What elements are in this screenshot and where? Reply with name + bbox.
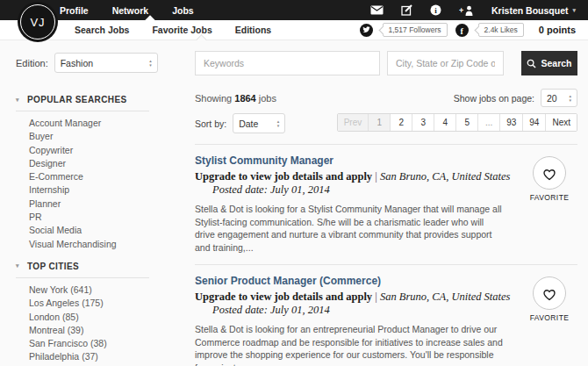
pagination-page[interactable]: 2 <box>390 114 412 131</box>
job-title-link[interactable]: Senior Product Manager (Commerce) <box>195 275 521 287</box>
search-button-label: Search <box>541 58 571 68</box>
user-name: Kristen Bousquet <box>491 5 569 16</box>
top-cities-section: ▾ TOP CITIES New York (641) Los Angeles … <box>16 262 149 366</box>
top-city-item[interactable]: Philadelphia (37) <box>29 350 149 363</box>
top-city-item[interactable]: Montreal (39) <box>29 324 149 337</box>
job-title-link[interactable]: Stylist Community Manager <box>195 154 521 167</box>
top-cities-header[interactable]: ▾ TOP CITIES <box>16 262 149 271</box>
per-page-label: Show jobs on page: <box>454 93 534 104</box>
popular-searches-title: POPULAR SEARCHES <box>27 95 127 104</box>
upgrade-link[interactable]: Upgrade to view job details and apply <box>195 170 372 183</box>
nav-item-profile[interactable]: Profile <box>60 5 89 16</box>
results-summary-row: Showing 1864 jobs Show jobs on page: 20 … <box>195 89 577 107</box>
popular-searches-header[interactable]: ▾ POPULAR SEARCHES <box>16 95 149 104</box>
job-posted-date: Posted date: July 01, 2014 <box>212 183 330 196</box>
popular-search-item[interactable]: Account Manager <box>29 117 149 130</box>
top-city-item[interactable]: Los Angeles (175) <box>29 297 149 310</box>
favorite-control: FAVORITE <box>521 154 577 254</box>
upgrade-link[interactable]: Upgrade to view job details and apply <box>195 291 372 303</box>
edition-label: Edition: <box>16 58 48 68</box>
sort-by-select[interactable]: Date ▴▾ <box>233 113 285 133</box>
sort-by-label: Sort by: <box>195 118 226 129</box>
popular-search-item[interactable]: Internship <box>29 183 149 197</box>
top-bar-actions: i + Kristen Bousquet ▾ <box>370 4 588 16</box>
heart-icon <box>541 166 557 181</box>
nav-item-jobs[interactable]: Jobs <box>172 5 194 16</box>
top-cities-list: New York (641) Los Angeles (175) London … <box>29 283 149 366</box>
sort-by-value: Date <box>239 118 258 129</box>
select-stepper-icon: ▴▾ <box>149 59 152 67</box>
pagination-page[interactable]: 94 <box>522 114 545 131</box>
job-listing: Senior Product Manager (Commerce) Upgrad… <box>195 264 577 366</box>
facebook-icon[interactable]: f <box>455 24 469 37</box>
popular-search-item[interactable]: Copywriter <box>29 144 149 157</box>
edition-select-value: Fashion <box>61 58 93 68</box>
pagination: Prev 1 2 3 4 5 ... 93 94 Next <box>337 113 577 132</box>
logo-text: VJ <box>20 4 55 39</box>
top-city-item[interactable]: New York (641) <box>29 283 149 297</box>
caret-down-icon: ▾ <box>572 7 576 14</box>
popular-search-item[interactable]: E-Commerce <box>29 170 149 183</box>
add-user-icon[interactable]: + <box>459 5 474 16</box>
twitter-icon[interactable] <box>360 24 373 37</box>
search-icon <box>527 59 536 68</box>
nav-item-network[interactable]: Network <box>112 5 148 16</box>
collapse-caret-icon: ▾ <box>16 97 19 104</box>
popular-search-item[interactable]: PR <box>29 211 149 224</box>
pagination-page[interactable]: 5 <box>455 114 477 131</box>
pagination-prev[interactable]: Prev <box>338 114 369 131</box>
pagination-page[interactable]: 3 <box>412 114 434 131</box>
points-counter: 0 points <box>539 25 576 35</box>
user-menu[interactable]: Kristen Bousquet ▾ <box>491 5 576 16</box>
content-area: Edition: Fashion ▴▾ ▾ POPULAR SEARCHES A… <box>0 40 588 366</box>
favorite-label: FAVORITE <box>530 193 570 202</box>
subnav-search-jobs[interactable]: Search Jobs <box>75 25 129 35</box>
popular-search-item[interactable]: Planner <box>29 197 149 211</box>
per-page-control: Show jobs on page: 20 ▴▾ <box>454 89 577 107</box>
logo[interactable]: VJ <box>18 2 58 42</box>
compose-icon[interactable] <box>401 4 412 16</box>
sort-and-pagination-row: Sort by: Date ▴▾ Prev 1 2 3 4 5 ... 93 9… <box>195 113 577 133</box>
favorite-label: FAVORITE <box>530 313 570 322</box>
top-city-item[interactable]: London (85) <box>29 311 149 324</box>
popular-search-item[interactable]: Social Media <box>29 224 149 237</box>
job-search-form: Search <box>195 51 577 75</box>
info-icon[interactable]: i <box>430 4 441 16</box>
job-details: Senior Product Manager (Commerce) Upgrad… <box>195 275 521 366</box>
subnav-favorite-jobs[interactable]: Favorite Jobs <box>152 25 212 35</box>
heart-icon <box>541 286 557 301</box>
facebook-f-glyph: f <box>460 26 463 36</box>
pagination-page-current[interactable]: 1 <box>368 114 390 131</box>
twitter-followers-badge[interactable]: 1,517 Followers <box>383 23 448 37</box>
mail-icon[interactable] <box>370 5 384 15</box>
popular-search-item[interactable]: Buyer <box>29 130 149 143</box>
pagination-page[interactable]: 93 <box>499 114 522 131</box>
per-page-select[interactable]: 20 ▴▾ <box>541 89 577 107</box>
job-details: Stylist Community Manager Upgrade to vie… <box>195 154 521 254</box>
sub-navigation: Search Jobs Favorite Jobs Editions 1,517… <box>0 20 588 40</box>
pagination-page[interactable]: 4 <box>434 114 455 131</box>
pagination-next[interactable]: Next <box>545 114 577 131</box>
facebook-likes-badge[interactable]: 2.4k Likes <box>478 23 524 37</box>
collapse-caret-icon: ▾ <box>16 262 19 269</box>
per-page-value: 20 <box>547 93 557 104</box>
location-input[interactable] <box>387 51 504 75</box>
top-bar: VJ Profile Network Jobs i + Kristen Bous… <box>0 0 588 20</box>
subnav-editions[interactable]: Editions <box>235 25 271 35</box>
sidebar: Edition: Fashion ▴▾ ▾ POPULAR SEARCHES A… <box>0 40 188 366</box>
top-city-item[interactable]: San Francisco (38) <box>29 337 149 350</box>
results-count: Showing 1864 jobs <box>195 93 276 104</box>
favorite-button[interactable] <box>533 276 566 310</box>
results-count-number: 1864 <box>234 93 255 104</box>
favorite-button[interactable] <box>533 156 566 190</box>
job-meta: Upgrade to view job details and apply | … <box>195 291 521 317</box>
favorite-control: FAVORITE <box>521 275 577 366</box>
popular-search-item[interactable]: Designer <box>29 157 149 170</box>
edition-select[interactable]: Fashion ▴▾ <box>54 53 158 73</box>
popular-search-item[interactable]: Visual Merchandising <box>29 238 149 251</box>
section-divider <box>16 111 149 111</box>
keywords-input[interactable] <box>195 51 380 75</box>
job-description: Stella & Dot is looking for an entrepren… <box>195 323 504 366</box>
select-stepper-icon: ▴▾ <box>277 119 280 127</box>
search-button[interactable]: Search <box>521 51 577 75</box>
